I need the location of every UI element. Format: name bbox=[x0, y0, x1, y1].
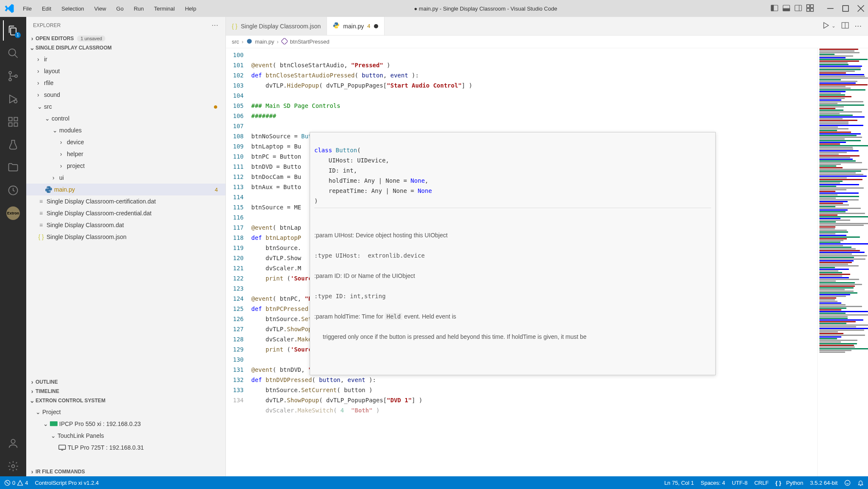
menu-view[interactable]: View bbox=[90, 4, 110, 14]
menu-edit[interactable]: Edit bbox=[38, 4, 55, 14]
run-dropdown-icon[interactable]: ⌄ bbox=[832, 23, 835, 29]
status-lncol[interactable]: Ln 75, Col 1 bbox=[664, 480, 694, 486]
python-file-icon bbox=[45, 186, 52, 193]
activity-accounts[interactable] bbox=[3, 433, 23, 453]
menu-terminal[interactable]: Terminal bbox=[150, 4, 179, 14]
activity-files[interactable] bbox=[3, 157, 23, 178]
status-problems[interactable]: 0 4 bbox=[4, 480, 28, 486]
sidebar: EXPLORER ··· › OPEN EDITORS 1 unsaved ⌄ … bbox=[26, 17, 226, 476]
tab-mainpy[interactable]: main.py 4 bbox=[327, 17, 384, 35]
hover-doc: :param UIHost: Device object hosting thi… bbox=[314, 220, 711, 352]
breadcrumb-item[interactable]: src bbox=[232, 38, 239, 45]
close-icon[interactable] bbox=[857, 5, 865, 12]
outline-header[interactable]: ›OUTLINE bbox=[26, 377, 225, 387]
menu-help[interactable]: Help bbox=[181, 4, 201, 14]
customize-layout-icon[interactable] bbox=[806, 4, 814, 13]
toggle-panel-icon[interactable] bbox=[783, 4, 790, 13]
status-spaces[interactable]: Spaces: 4 bbox=[700, 480, 725, 486]
tab-json[interactable]: { } Single Display Classroom.json bbox=[226, 17, 327, 35]
activity-settings[interactable] bbox=[3, 456, 23, 476]
breadcrumb-item[interactable]: main.py bbox=[255, 38, 275, 45]
tree-folder-layout[interactable]: ›layout bbox=[26, 65, 225, 77]
minimap[interactable]: document.write(Array.from({length:180},(… bbox=[817, 48, 868, 476]
timeline-header[interactable]: ›TIMELINE bbox=[26, 387, 225, 396]
activity-search[interactable] bbox=[3, 43, 23, 63]
svg-rect-3 bbox=[783, 8, 790, 11]
sidebar-title: EXPLORER bbox=[33, 22, 60, 28]
toggle-primary-sidebar-icon[interactable] bbox=[771, 4, 778, 13]
svg-line-15 bbox=[15, 55, 18, 58]
extron-touchlink[interactable]: ⌄TouchLink Panels bbox=[26, 430, 225, 442]
extron-header[interactable]: ⌄EXTRON CONTROL SYSTEM bbox=[26, 396, 225, 405]
run-icon[interactable] bbox=[822, 22, 830, 30]
code-content[interactable]: @event( btnCloseStartAudio, "Pressed" ) … bbox=[251, 48, 817, 476]
tree-file-json[interactable]: { }Single Display Classroom.json bbox=[26, 231, 225, 243]
menu-selection[interactable]: Selection bbox=[57, 4, 88, 14]
tree-folder-project[interactable]: ›project bbox=[26, 160, 225, 172]
irfile-header[interactable]: ›IR FILE COMMANDS bbox=[26, 467, 225, 476]
status-feedback-icon[interactable] bbox=[844, 480, 851, 486]
tree-file-mainpy[interactable]: main.py4 bbox=[26, 184, 225, 195]
python-file-icon bbox=[246, 38, 253, 46]
activity-explorer[interactable]: 1 bbox=[3, 20, 23, 41]
tree-folder-src[interactable]: ⌄src● bbox=[26, 101, 225, 113]
activity-extensions[interactable] bbox=[3, 112, 23, 132]
svg-rect-9 bbox=[810, 8, 813, 11]
titlebar: File Edit Selection View Go Run Terminal… bbox=[0, 0, 868, 17]
sidebar-more-icon[interactable]: ··· bbox=[212, 22, 219, 28]
status-python-version[interactable]: 3.5.2 64-bit bbox=[810, 480, 838, 486]
file-icon: ≡ bbox=[37, 198, 45, 205]
status-controlscript[interactable]: ControlScript Pro xi v1.2.4 bbox=[35, 480, 99, 486]
tree-file-cred[interactable]: ≡Single Display Classroom-credential.dat bbox=[26, 207, 225, 219]
open-editors-label: OPEN EDITORS bbox=[36, 36, 74, 41]
tree-file-dat[interactable]: ≡Single Display Classroom.dat bbox=[26, 219, 225, 231]
folder-header[interactable]: ⌄ SINGLE DISPLAY CLASSROOM bbox=[26, 43, 225, 52]
svg-rect-27 bbox=[50, 421, 58, 426]
activity-source-control[interactable] bbox=[3, 66, 23, 86]
tree-file-cert[interactable]: ≡Single Display Classroom-certification.… bbox=[26, 195, 225, 207]
menu-go[interactable]: Go bbox=[112, 4, 128, 14]
file-icon: ≡ bbox=[37, 209, 45, 217]
maximize-icon[interactable] bbox=[842, 5, 849, 12]
extron-icon: Extron bbox=[6, 206, 20, 220]
svg-point-14 bbox=[9, 49, 16, 56]
svg-rect-33 bbox=[281, 38, 288, 44]
activity-timeline[interactable] bbox=[3, 180, 23, 201]
extron-tlp[interactable]: TLP Pro 725T : 192.168.0.31 bbox=[26, 442, 225, 453]
tree-folder-modules[interactable]: ⌄modules bbox=[26, 124, 225, 136]
tree-folder-rfile[interactable]: ›rfile bbox=[26, 77, 225, 89]
tree-folder-control[interactable]: ⌄control bbox=[26, 113, 225, 124]
status-eol[interactable]: CRLF bbox=[754, 480, 769, 486]
tree-folder-device[interactable]: ›device bbox=[26, 136, 225, 148]
minimize-icon[interactable] bbox=[827, 5, 834, 12]
extron-project[interactable]: ⌄Project bbox=[26, 406, 225, 418]
status-bar: 0 4 ControlScript Pro xi v1.2.4 Ln 75, C… bbox=[0, 476, 868, 489]
window-controls bbox=[827, 5, 865, 12]
code-editor[interactable]: 1001011021031041051061071081091101111121… bbox=[226, 48, 868, 476]
layout-controls bbox=[771, 4, 814, 13]
tree-folder-ui[interactable]: ›ui bbox=[26, 172, 225, 184]
split-editor-icon[interactable] bbox=[841, 22, 849, 30]
status-encoding[interactable]: UTF-8 bbox=[732, 480, 747, 486]
toggle-secondary-sidebar-icon[interactable] bbox=[794, 4, 802, 13]
activity-bar: 1 Extron bbox=[0, 17, 26, 476]
tree-folder-sound[interactable]: ›sound bbox=[26, 89, 225, 101]
breadcrumb-item[interactable]: btnStartPressed bbox=[290, 38, 330, 45]
tree-folder-helper[interactable]: ›helper bbox=[26, 148, 225, 160]
activity-testing[interactable] bbox=[3, 135, 23, 155]
status-bell-icon[interactable] bbox=[857, 480, 864, 486]
status-language[interactable]: { } Python bbox=[775, 480, 803, 486]
menu-run[interactable]: Run bbox=[129, 4, 148, 14]
extron-ipcp[interactable]: ⌄IPCP Pro 550 xi : 192.168.0.23 bbox=[26, 418, 225, 430]
breadcrumb[interactable]: src › main.py › btnStartPressed bbox=[226, 36, 868, 48]
panel-icon bbox=[58, 444, 66, 451]
more-actions-icon[interactable]: ··· bbox=[855, 23, 862, 29]
svg-point-19 bbox=[14, 100, 17, 103]
open-editors-header[interactable]: › OPEN EDITORS 1 unsaved bbox=[26, 34, 225, 43]
activity-run-debug[interactable] bbox=[3, 89, 23, 109]
activity-extron[interactable]: Extron bbox=[3, 203, 23, 223]
python-file-icon bbox=[333, 22, 340, 30]
tree-folder-ir[interactable]: ›ir bbox=[26, 53, 225, 65]
json-file-icon: { } bbox=[37, 233, 45, 241]
menu-file[interactable]: File bbox=[19, 4, 36, 14]
